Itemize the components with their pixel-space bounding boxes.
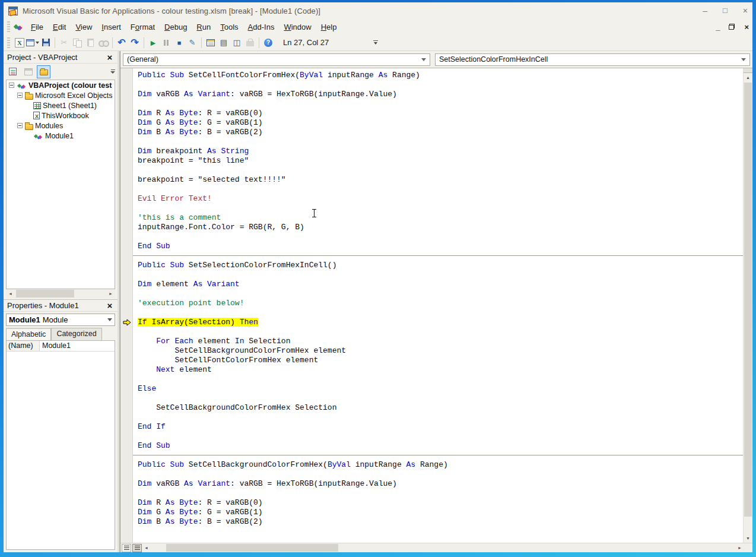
code-vscrollbar[interactable]: ▲ ▼ [743, 68, 752, 543]
main-area: Project - VBAProject × VBAProject (colou… [4, 51, 752, 552]
chevron-down-icon [741, 58, 746, 61]
tree-item-sheet1-sheet1[interactable]: Sheet1 (Sheet1) [7, 100, 115, 110]
child-restore-button[interactable] [729, 24, 735, 30]
project-panel-header: Project - VBAProject × [4, 51, 117, 64]
scroll-right-icon[interactable]: ► [735, 543, 744, 552]
project-tree-hscrollbar[interactable]: ◄ ► [6, 289, 115, 298]
tree-item-thisworkbook[interactable]: ThisWorkbook [7, 110, 115, 121]
folder-icon [40, 69, 48, 75]
code-line: Dim R As Byte: R = vaRGB(0) [138, 498, 743, 508]
scroll-up-icon[interactable]: ▲ [744, 73, 752, 82]
menu-item-addins[interactable]: Add-Ins [243, 21, 279, 33]
property-key: (Name) [7, 341, 40, 351]
scroll-right-icon[interactable]: ► [106, 289, 115, 298]
menu-item-edit[interactable]: Edit [48, 21, 71, 33]
tab-categorized[interactable]: Categorized [51, 328, 101, 340]
cursor-position-indicator: Ln 27, Col 27 [283, 38, 329, 47]
tree-item-label: Modules [35, 122, 63, 130]
menu-item-help[interactable]: Help [316, 21, 342, 33]
collapse-icon[interactable] [17, 123, 23, 128]
menu-item-run[interactable]: Run [192, 21, 215, 33]
tree-item-modules[interactable]: Modules [7, 121, 115, 131]
menu-item-debug[interactable]: Debug [160, 21, 192, 33]
split-handle[interactable] [744, 68, 752, 73]
toolbar-separator [144, 37, 144, 48]
scrollbar-thumb[interactable] [16, 290, 74, 298]
code-line [138, 394, 743, 403]
toolbar-design-mode-button[interactable]: ✎ [186, 36, 199, 49]
full-module-view-button[interactable] [132, 544, 142, 552]
child-window-controls: _ × [716, 23, 749, 31]
run-icon: ▶ [148, 38, 158, 48]
folder-icon [25, 94, 33, 100]
scrollbar-thumb[interactable] [744, 83, 752, 517]
view-code-icon [9, 68, 17, 75]
child-minimize-button[interactable]: _ [716, 23, 719, 31]
scroll-left-icon[interactable]: ◄ [6, 289, 15, 298]
scroll-left-icon[interactable]: ◄ [142, 543, 151, 552]
code-line: Public Sub SetCellFontColorFromHex(ByVal… [138, 71, 743, 80]
toolbar-redo-button[interactable]: ↷ [128, 36, 141, 49]
toolbar-grip[interactable] [7, 37, 10, 48]
property-row[interactable]: (Name) Module1 [7, 341, 115, 352]
toolbox-icon [246, 41, 254, 46]
menu-item-insert[interactable]: Insert [97, 21, 126, 33]
procedure-dropdown[interactable]: SetSelectionColorFromHexInCell [435, 53, 750, 66]
code-editor[interactable]: Public Sub SetCellFontColorFromHex(ByVal… [133, 68, 743, 543]
toolbar-insert-userform-button[interactable] [26, 36, 39, 49]
code-line [138, 185, 743, 194]
scroll-down-icon[interactable]: ▼ [744, 534, 752, 543]
object-dropdown[interactable]: (General) [123, 53, 430, 66]
minimize-button[interactable]: – [703, 7, 707, 15]
code-line: 'execution point below! [138, 299, 743, 308]
toolbar-help-button[interactable]: ? [262, 36, 275, 49]
collapse-icon[interactable] [17, 93, 23, 98]
child-close-button[interactable]: × [744, 23, 749, 31]
toolbar-properties-window-button[interactable]: ▤ [217, 36, 230, 49]
code-line [138, 327, 743, 337]
project-toolbar-overflow[interactable] [110, 69, 115, 74]
toolbar-save-button[interactable] [39, 36, 52, 49]
menubar-grip[interactable] [7, 21, 10, 32]
properties-object-selector[interactable]: Module1 Module [6, 314, 115, 326]
toolbar-view-excel-button[interactable]: X [13, 36, 26, 49]
toggle-folders-button[interactable] [37, 65, 50, 78]
properties-close-icon[interactable]: × [104, 301, 115, 311]
code-hscrollbar[interactable]: ◄ ► [120, 543, 752, 552]
tree-item-microsoft-excel-objects[interactable]: Microsoft Excel Objects [7, 90, 115, 100]
code-line: breakpoint = "this line" [138, 156, 743, 166]
module-window-icon[interactable] [13, 23, 23, 31]
toolbar-object-browser-button[interactable]: ◫ [230, 36, 243, 49]
menu-item-format[interactable]: Format [126, 21, 160, 33]
tree-item-label: VBAProject (colour test [28, 81, 112, 90]
tree-item-module1[interactable]: Module1 [7, 131, 115, 141]
code-line [138, 413, 743, 422]
procedure-dropdown-value: SetSelectionColorFromHexInCell [439, 55, 548, 64]
close-button[interactable]: × [743, 7, 748, 15]
find-icon [99, 38, 108, 48]
property-value[interactable]: Module1 [40, 341, 115, 351]
maximize-button[interactable]: □ [723, 7, 728, 15]
collapse-icon[interactable] [9, 83, 14, 88]
toolbar-project-explorer-button[interactable] [204, 36, 217, 49]
toolbar-overflow-button[interactable] [371, 36, 380, 49]
scrollbar-thumb[interactable] [166, 544, 338, 552]
toolbar-run-button[interactable]: ▶ [147, 36, 160, 49]
menu-item-file[interactable]: File [26, 21, 48, 33]
code-line: SetCellBackgroundColorFromHex element [138, 346, 743, 356]
menu-item-tools[interactable]: Tools [215, 21, 243, 33]
menu-item-view[interactable]: View [71, 21, 97, 33]
menu-item-window[interactable]: Window [279, 21, 316, 33]
project-close-icon[interactable]: × [104, 52, 115, 62]
toolbar-separator [259, 37, 259, 48]
toolbar-reset-button[interactable]: ■ [173, 36, 186, 49]
code-line: Dim breakpoint As String [138, 147, 743, 156]
code-line: If IsArray(Selection) Then [138, 318, 743, 327]
tab-alphabetic[interactable]: Alphabetic [6, 328, 51, 340]
view-code-button[interactable] [6, 65, 20, 78]
code-margin-bar[interactable] [120, 68, 133, 543]
tree-item-vbaproject-colour-test[interactable]: VBAProject (colour test [7, 80, 115, 90]
toolbar-undo-button[interactable]: ↶ [115, 36, 128, 49]
procedure-view-button[interactable] [122, 544, 131, 552]
project-tree: VBAProject (colour testMicrosoft Excel O… [6, 80, 115, 289]
